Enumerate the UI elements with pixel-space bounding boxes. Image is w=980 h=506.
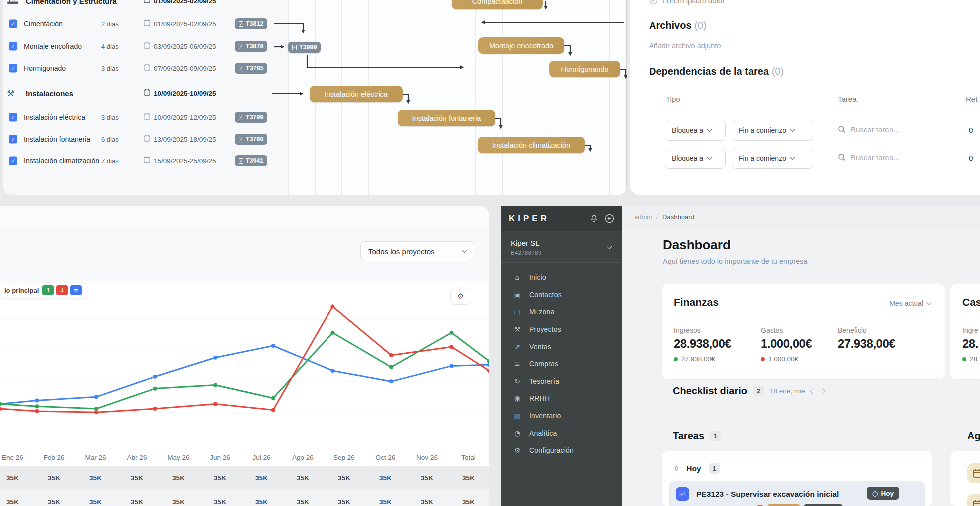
sidebar-item-tesorera[interactable]: ↻Tesorería (501, 373, 622, 390)
period-select[interactable]: Mes actual (889, 299, 931, 307)
finanzas-title: Finanzas (674, 296, 719, 308)
task-search-input[interactable]: Buscar tarea... (838, 125, 900, 134)
sidebar-item-label: Ventas (529, 343, 551, 351)
sidebar-item-mizona[interactable]: ▤Mi zona (501, 303, 622, 321)
sidebar-item-contactos[interactable]: ▣Contactos (501, 286, 622, 304)
sidebar-item-analtica[interactable]: ◔Analítica (501, 424, 622, 442)
task-list-item[interactable]: ☑ PE3123 - Supervisar excavación inicial… (669, 481, 925, 506)
gantt-task-row[interactable]: ✓Hormigonado3 dias07/09/2025-09/09/25✓T3… (3, 59, 288, 77)
task-search-input[interactable]: Buscar tarea... (838, 153, 900, 162)
task-checkbox[interactable]: ✓ (9, 20, 17, 28)
sidebar-item-configuracin[interactable]: ⚙Configuración (501, 442, 622, 459)
data-point (271, 408, 275, 412)
metric-value: 27.938,00€ (838, 337, 895, 351)
due-today-badge: ◷ Hoy (867, 487, 899, 500)
data-point (94, 407, 98, 411)
task-checkbox[interactable]: ✓ (9, 157, 17, 165)
project-filter-select[interactable]: Todos los proyectos (360, 241, 474, 261)
gantt-task-row[interactable]: ✓Montaje encofrado4 dias03/09/2025-06/09… (3, 37, 288, 55)
user-zone-icon: ▤ (513, 308, 522, 316)
checklist-status-item[interactable]: Lorem ipsum dolor (649, 0, 725, 5)
circle-check-icon (649, 0, 658, 5)
company-switcher[interactable]: Kiper SL B42788789 (501, 231, 622, 263)
dependency-mode-select[interactable]: Fin a comienzo (732, 148, 813, 169)
sidebar-header: KIPER (501, 206, 622, 231)
metric-label: Ingre (962, 326, 979, 334)
sidebar-menu: ⌂Inicio▣Contactos▤Mi zona⚒Proyectos⇗Vent… (501, 263, 622, 459)
gantt-bar[interactable]: Compactaación (452, 0, 543, 9)
task-duration: 4 dias (101, 43, 119, 50)
gantt-task-row[interactable]: ✓Instalación eléctrica3 dias10/09/2025-1… (3, 108, 288, 126)
calendar-event-chip[interactable] (967, 463, 980, 483)
task-checkbox[interactable]: ✓ (9, 42, 17, 51)
metric-sub-value: 27.938,00€ (681, 355, 715, 363)
data-point (271, 344, 275, 348)
sidebar-item-label: Contactos (529, 291, 562, 299)
task-id-badge[interactable]: ✓ T3999 (288, 42, 321, 53)
group-index: 0 (675, 465, 678, 472)
delay-value: 0 (969, 126, 973, 134)
gantt-bar[interactable]: Instalación eléctrica (310, 86, 403, 102)
analytics-pie-icon: ◔ (513, 429, 522, 437)
dependency-type-select[interactable]: Bloquea a (665, 120, 726, 141)
task-dates: 01/09/2025-02/09/25 (154, 20, 216, 28)
gantt-task-row[interactable]: ✓Instalación fontaneria6 dias13/09/2025-… (3, 130, 288, 148)
home-icon: ⌂ (513, 273, 522, 281)
table-cell: 35K (282, 466, 324, 490)
clipboard-check-icon: ✓ (239, 158, 243, 164)
sidebar-item-inventario[interactable]: ▦Inventario (501, 407, 622, 425)
sidebar-item-ventas[interactable]: ⇗Ventas (501, 338, 622, 355)
gantt-task-row[interactable]: ✓Cimentación2 dias01/09/2025-02/09/25✓T3… (3, 15, 288, 33)
dependency-mode-select[interactable]: Fin a comienzo (732, 120, 813, 141)
gantt-task-row[interactable]: ✓Instalación climatización7 dias15/09/20… (3, 152, 288, 170)
sidebar-item-proyectos[interactable]: ⚒Proyectos (501, 321, 622, 338)
divider (0, 418, 489, 418)
task-id-badge[interactable]: ✓T3878 (235, 41, 267, 52)
chevron-down-icon (790, 155, 795, 160)
task-title: PE3123 - Supervisar excavación inicial (696, 490, 839, 499)
column-header: Abr 26 (116, 449, 158, 466)
task-checkbox[interactable]: ✓ (9, 113, 17, 122)
sidebar-item-compras[interactable]: ≡Compras (501, 355, 622, 373)
sidebar-item-inicio[interactable]: ⌂Inicio (501, 269, 622, 286)
dependency-type-select[interactable]: Bloquea a (665, 148, 726, 169)
treasury-cycle-icon: ↻ (513, 377, 522, 385)
task-id-badge[interactable]: ✓T3760 (235, 134, 267, 145)
task-id-badge[interactable]: ✓T3812 (235, 18, 267, 29)
series-down-red (0, 306, 489, 412)
status-item-label: Lorem ipsum dolor (663, 0, 725, 5)
sidebar-item-rrhh[interactable]: ◉RRHH (501, 390, 622, 407)
tareas-card: 0 Hoy 1 ☑ PE3123 - Supervisar excavación… (662, 451, 932, 506)
breadcrumb-page[interactable]: Dashboard (662, 213, 694, 221)
series-equal-blue (0, 346, 489, 404)
gantt-bar[interactable]: Instalación fontaneria (398, 110, 495, 126)
prev-day-button[interactable] (810, 388, 816, 394)
company-name: Kiper SL (511, 239, 612, 247)
data-point (35, 409, 39, 413)
task-checkbox[interactable]: ✓ (9, 64, 17, 73)
next-day-button[interactable] (820, 388, 826, 394)
table-cell: 35K (116, 490, 158, 506)
chevron-down-icon (707, 155, 712, 160)
task-id-badge[interactable]: ✓T3785 (235, 63, 267, 74)
table-cell: 35K (0, 490, 33, 506)
gantt-bar[interactable]: Instalación climatización (478, 137, 585, 153)
gantt-bar[interactable]: Hormigonando (549, 61, 620, 77)
breadcrumb-section[interactable]: admin (634, 213, 652, 221)
bell-icon[interactable] (590, 214, 598, 223)
task-checkbox[interactable]: ✓ (9, 135, 17, 144)
clipboard-check-icon: ✓ (239, 44, 243, 49)
clipboard-check-icon: ✓ (239, 137, 243, 142)
calendar-icon (144, 19, 150, 26)
task-id-badge[interactable]: ✓T3941 (235, 155, 267, 166)
gantt-bar[interactable]: Montaje enecofrado (478, 37, 564, 54)
calendar-event-chip[interactable] (967, 494, 980, 506)
gantt-group-row: Cimentación y Estructura01/09/2025-02/09… (3, 0, 288, 10)
task-id-badge[interactable]: ✓T3799 (235, 112, 267, 123)
column-header: Jun 26 (199, 449, 241, 466)
task-group-header[interactable]: 0 Hoy 1 (675, 463, 720, 474)
collapse-sidebar-icon[interactable] (605, 214, 614, 223)
clock-icon: ◷ (872, 489, 878, 497)
column-header: Ene 26 (0, 449, 33, 466)
add-attachment-link[interactable]: Añadir archivo adjunto (649, 42, 721, 50)
